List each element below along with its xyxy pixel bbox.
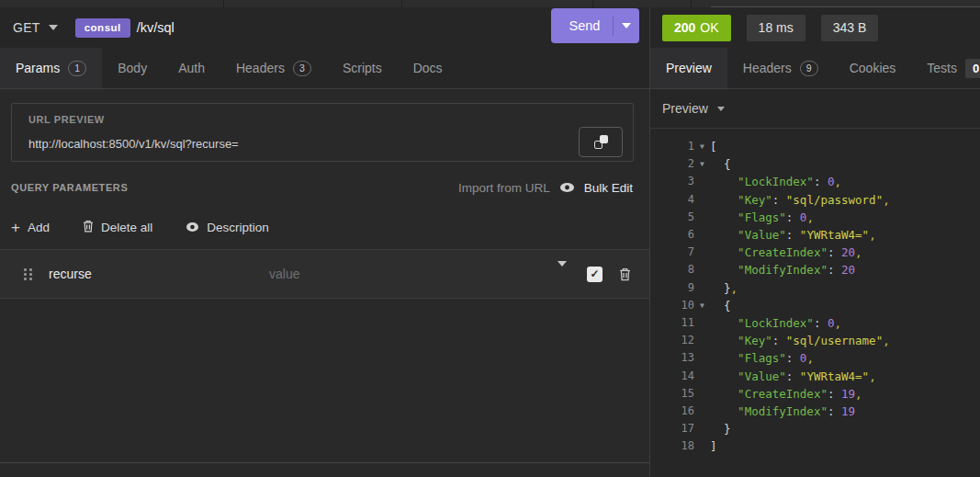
tab-tests[interactable]: Tests 0 / 0 bbox=[911, 48, 980, 88]
tab-separator bbox=[223, 0, 224, 7]
bulk-edit-eye-icon[interactable] bbox=[559, 182, 575, 193]
tab-label: Auth bbox=[178, 61, 205, 75]
copy-url-button[interactable] bbox=[579, 127, 623, 157]
send-button-label: Send bbox=[551, 18, 613, 33]
fold-spacer bbox=[694, 261, 710, 278]
request-url-row: GET consul /kv/sql Send bbox=[0, 7, 649, 48]
tab-count-badge: 1 bbox=[68, 61, 86, 76]
tab-count-badge: 9 bbox=[800, 61, 818, 76]
tab-docs[interactable]: Docs bbox=[398, 48, 458, 88]
request-tabs: Params 1 Body Auth Headers 3 Scripts Doc… bbox=[0, 48, 649, 89]
line-number: 2 bbox=[650, 155, 694, 173]
tab-params[interactable]: Params 1 bbox=[0, 48, 102, 88]
json-line: 2▼ { bbox=[650, 155, 980, 173]
param-enabled-checkbox[interactable]: ✓ bbox=[587, 267, 603, 282]
tab-cookies[interactable]: Cookies bbox=[834, 48, 912, 88]
trash-icon bbox=[83, 220, 94, 235]
add-param-button[interactable]: + Add bbox=[11, 221, 50, 234]
tests-count-badge: 0 / 0 bbox=[965, 59, 980, 78]
tab-label: Preview bbox=[666, 61, 712, 75]
line-number: 16 bbox=[650, 403, 694, 420]
json-line: 18] bbox=[650, 437, 980, 455]
fold-spacer bbox=[694, 314, 710, 332]
json-code: "Key": "sql/password", bbox=[710, 191, 890, 209]
url-input[interactable]: /kv/sql bbox=[137, 20, 175, 35]
param-delete-trash-icon[interactable] bbox=[619, 267, 631, 281]
query-parameters-title: QUERY PARAMETERS bbox=[11, 182, 128, 193]
tab-separator bbox=[401, 0, 402, 7]
json-line: 3 "LockIndex": 0, bbox=[650, 173, 980, 190]
response-pane: 200OK 18 ms 343 B Preview Headers 9 Cook… bbox=[650, 7, 980, 477]
json-code: "Flags": 0, bbox=[710, 209, 814, 226]
json-code: "Value": "YWRtaW4=", bbox=[710, 368, 876, 385]
json-code: "Value": "YWRtaW4=", bbox=[710, 226, 876, 244]
json-code: ] bbox=[710, 437, 717, 455]
line-number: 11 bbox=[650, 314, 694, 332]
tab-separator bbox=[592, 0, 593, 7]
fold-spacer bbox=[694, 244, 710, 261]
delete-all-label: Delete all bbox=[101, 221, 152, 234]
tab-response-headers[interactable]: Headers 9 bbox=[727, 48, 834, 88]
line-number: 3 bbox=[650, 173, 694, 190]
param-options-chevron-icon[interactable] bbox=[558, 267, 567, 281]
preview-chevron-down-icon[interactable] bbox=[717, 107, 725, 111]
json-code: "LockIndex": 0, bbox=[710, 173, 841, 190]
fold-spacer bbox=[694, 368, 710, 385]
fold-spacer bbox=[694, 209, 710, 226]
line-number: 9 bbox=[650, 279, 694, 297]
tab-label: Headers bbox=[236, 61, 285, 75]
env-variable-badge[interactable]: consul bbox=[75, 18, 130, 38]
query-parameters-header: QUERY PARAMETERS Import from URL Bulk Ed… bbox=[0, 175, 649, 200]
tab-label: Params bbox=[16, 61, 60, 75]
fold-chevron-icon[interactable]: ▼ bbox=[694, 155, 710, 173]
fold-spacer bbox=[694, 226, 710, 244]
description-toggle[interactable]: Description bbox=[186, 221, 269, 234]
param-value-input[interactable]: value bbox=[269, 267, 558, 281]
send-options-chevron-icon[interactable] bbox=[614, 23, 639, 28]
send-button[interactable]: Send bbox=[551, 8, 639, 43]
json-code: } bbox=[710, 420, 731, 437]
thunder-client-window: GET consul /kv/sql Send Params 1 Body Au… bbox=[0, 0, 980, 477]
tab-preview[interactable]: Preview bbox=[650, 48, 727, 88]
param-name-input[interactable]: recurse bbox=[49, 267, 269, 281]
json-line: 1▼[ bbox=[650, 138, 980, 155]
json-code: "Flags": 0, bbox=[710, 349, 814, 367]
preview-format-bar: Preview bbox=[650, 89, 980, 129]
response-body-viewer[interactable]: 1▼[2▼ {3 "LockIndex": 0,4 "Key": "sql/pa… bbox=[650, 130, 980, 477]
fold-chevron-icon[interactable]: ▼ bbox=[694, 138, 710, 155]
fold-chevron-icon[interactable]: ▼ bbox=[694, 297, 710, 314]
method-select[interactable]: GET bbox=[13, 20, 40, 35]
line-number: 13 bbox=[650, 349, 694, 367]
request-pane-bottom-border bbox=[0, 462, 649, 463]
line-number: 17 bbox=[650, 420, 694, 437]
fold-spacer bbox=[694, 332, 710, 349]
preview-format-select[interactable]: Preview bbox=[662, 101, 708, 116]
tab-scripts[interactable]: Scripts bbox=[327, 48, 398, 88]
json-code: "ModifyIndex": 20 bbox=[710, 261, 855, 278]
tab-body[interactable]: Body bbox=[102, 48, 163, 88]
json-line: 7 "CreateIndex": 20, bbox=[650, 244, 980, 261]
import-from-url-button[interactable]: Import from URL bbox=[458, 181, 550, 195]
line-number: 7 bbox=[650, 244, 694, 261]
query-parameters-toolbar: + Add Delete all Description bbox=[0, 213, 649, 241]
json-code: "CreateIndex": 19, bbox=[710, 385, 862, 403]
tab-label: Scripts bbox=[343, 61, 382, 75]
bulk-edit-button[interactable]: Bulk Edit bbox=[584, 181, 633, 195]
delete-all-button[interactable]: Delete all bbox=[83, 220, 152, 235]
tab-auth[interactable]: Auth bbox=[163, 48, 220, 88]
fold-spacer bbox=[694, 349, 710, 367]
line-number: 10 bbox=[650, 297, 694, 314]
description-label: Description bbox=[207, 221, 269, 234]
add-label: Add bbox=[28, 221, 50, 234]
json-code: "Key": "sql/username", bbox=[710, 332, 890, 349]
time-badge: 18 ms bbox=[747, 15, 805, 41]
fold-spacer bbox=[694, 279, 710, 297]
status-text: OK bbox=[700, 20, 718, 35]
tab-headers[interactable]: Headers 3 bbox=[220, 48, 327, 88]
method-chevron-down-icon[interactable] bbox=[49, 25, 58, 30]
request-pane: GET consul /kv/sql Send Params 1 Body Au… bbox=[0, 7, 649, 477]
drag-handle-icon[interactable] bbox=[24, 268, 32, 280]
tab-label: Docs bbox=[413, 61, 443, 75]
json-code: { bbox=[710, 297, 731, 314]
url-preview-title: URL PREVIEW bbox=[28, 114, 105, 125]
